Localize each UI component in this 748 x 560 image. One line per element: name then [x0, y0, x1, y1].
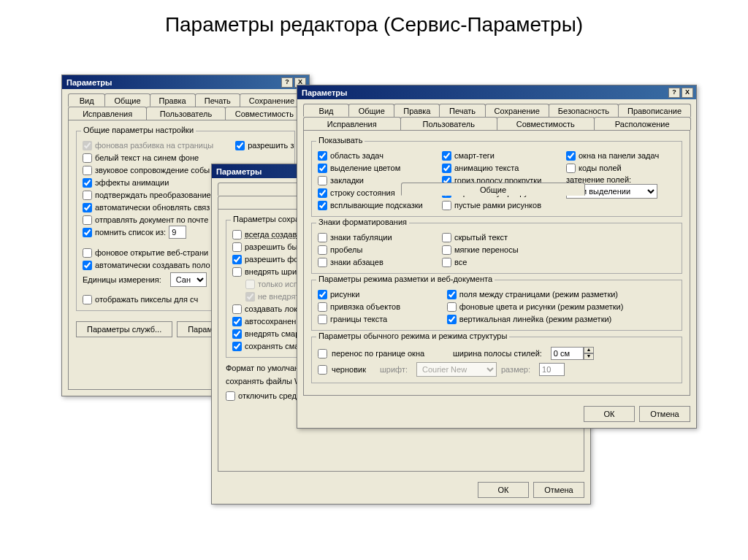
cb-autosave[interactable]	[232, 317, 242, 326]
cb-wrap[interactable]	[318, 349, 327, 358]
tab-save[interactable]: Сохранение	[485, 104, 549, 117]
show-col1-label-1: выделение цветом	[330, 164, 400, 172]
spin-up-icon[interactable]: ▲	[584, 347, 594, 353]
cb-pixels[interactable]	[83, 295, 92, 304]
tab-spelling[interactable]: Правописание	[618, 104, 691, 117]
show-col1-cb-0[interactable]	[318, 151, 327, 161]
cb-always[interactable]	[232, 230, 242, 239]
tab-user[interactable]: Пользователь	[146, 107, 225, 120]
style-width-input[interactable]	[551, 347, 584, 360]
tab-revisions[interactable]: Исправления	[303, 117, 401, 130]
tab-edit[interactable]: Правка	[150, 93, 196, 107]
tab-print[interactable]: Печать	[439, 104, 485, 117]
tab-revisions[interactable]: Исправления	[68, 107, 147, 120]
marks-col2-cb-1[interactable]	[442, 245, 451, 255]
tab-compat[interactable]: Совместимость	[497, 117, 595, 130]
units-select[interactable]: Сан	[170, 272, 207, 287]
cb-anim-label: эффекты анимации	[95, 178, 169, 187]
layout-col2-cb-2[interactable]	[447, 315, 457, 324]
marks-col1-cb-2[interactable]	[318, 258, 327, 267]
show-col2-cb-4[interactable]	[442, 201, 451, 210]
show-col3-cb-0[interactable]	[566, 151, 576, 161]
titlebar: Параметры ? X	[62, 75, 309, 89]
marks-col2-label-1: мягкие переносы	[454, 245, 519, 254]
cb-bgweb[interactable]	[83, 248, 92, 258]
cb-confirm[interactable]	[83, 191, 92, 200]
marks-col2-cb-0[interactable]	[442, 233, 451, 242]
cb-quick[interactable]	[232, 242, 242, 252]
cb-only	[245, 280, 255, 289]
layout-col1-cb-0[interactable]	[318, 290, 327, 299]
layout-col1-cb-2[interactable]	[318, 315, 327, 324]
cancel-button[interactable]: Отмена	[639, 406, 690, 422]
cb-remember-label: помнить список из:	[95, 228, 166, 237]
tab-print[interactable]: Печать	[195, 93, 240, 107]
cb-pixels-label: отображать пикселы для сч	[95, 295, 198, 304]
cb-permit-label: разрешить з	[248, 141, 294, 150]
show-col2-cb-1[interactable]	[442, 164, 451, 173]
remember-input[interactable]	[169, 226, 186, 239]
show-col2-cb-0[interactable]	[442, 151, 451, 161]
btn-services[interactable]: Параметры служб...	[76, 321, 172, 337]
tab-save[interactable]: Сохранение	[240, 93, 304, 107]
group-general-label: Общие параметры настройки	[81, 126, 196, 134]
tab-view[interactable]: Вид	[68, 93, 105, 107]
show-col1-cb-3[interactable]	[318, 188, 327, 198]
cb-disable-label: отключить средст	[238, 391, 304, 400]
tab-view[interactable]: Вид	[303, 104, 349, 117]
cb-sound[interactable]	[83, 166, 92, 175]
marks-col1-cb-0[interactable]	[318, 233, 327, 242]
style-width-spinner[interactable]: ▲▼	[551, 347, 594, 360]
tab-location[interactable]: Расположение	[594, 117, 692, 130]
show-col1-label-4: всплывающие подсказки	[330, 201, 423, 210]
group-layout-label: Параметры режима разметки и веб-документ…	[316, 275, 495, 283]
cb-send[interactable]	[83, 215, 92, 225]
cb-embed[interactable]	[232, 267, 242, 277]
cb-draft[interactable]	[318, 365, 327, 375]
group-normal-label: Параметры обычного режима и режима струк…	[316, 331, 509, 340]
cb-local[interactable]	[232, 304, 242, 314]
cb-disable[interactable]	[226, 391, 235, 401]
tab-general[interactable]: Общие	[104, 93, 150, 107]
cb-anim[interactable]	[83, 178, 92, 188]
help-icon[interactable]: ?	[281, 77, 293, 88]
tab-user[interactable]: Пользователь	[400, 117, 498, 130]
cb-smart[interactable]	[232, 329, 242, 339]
cancel-button[interactable]: Отмена	[533, 482, 584, 498]
cb-remember[interactable]	[83, 228, 92, 237]
layout-col1-cb-1[interactable]	[318, 302, 327, 312]
tab-security[interactable]: Безопасность	[549, 104, 619, 117]
show-col1-cb-2[interactable]	[318, 176, 327, 185]
font-select: Courier New	[416, 362, 497, 377]
layout-col2-cb-1[interactable]	[447, 302, 457, 312]
show-col1-label-2: закладки	[330, 176, 364, 185]
help-icon[interactable]: ?	[668, 88, 680, 98]
tab-edit[interactable]: Правка	[394, 104, 440, 117]
show-col3-cb-1[interactable]	[566, 164, 576, 173]
cb-white[interactable]	[83, 153, 92, 163]
spin-down-icon[interactable]: ▼	[584, 353, 594, 360]
tab-compat[interactable]: Совместимость	[225, 107, 304, 120]
group-marks-label: Знаки форматирования	[316, 218, 409, 226]
cb-bg[interactable]	[232, 255, 242, 264]
layout-col2-label-1: фоновые цвета и рисунки (режим разметки)	[459, 302, 624, 311]
ok-button[interactable]: ОК	[478, 482, 529, 498]
marks-col1-cb-1[interactable]	[318, 245, 327, 255]
show-col1-cb-1[interactable]	[318, 164, 327, 173]
tab-general[interactable]: Общие	[401, 183, 585, 196]
marks-col2-cb-2[interactable]	[442, 258, 451, 267]
layout-col2-cb-0[interactable]	[447, 290, 457, 299]
cb-autoupd[interactable]	[83, 203, 92, 212]
cb-confirm-label: подтверждать преобразование	[95, 191, 211, 199]
cb-savesmart[interactable]	[232, 342, 242, 351]
show-col1-cb-4[interactable]	[318, 201, 327, 210]
cb-autocanvas[interactable]	[83, 261, 92, 270]
cb-bgpag-label: фоновая разбивка на страницы	[95, 141, 213, 150]
group-show-label: Показывать	[316, 136, 365, 145]
tab-general[interactable]: Общие	[348, 104, 394, 117]
close-icon[interactable]: X	[682, 88, 693, 98]
layout-col1-label-1: привязка объектов	[330, 302, 400, 311]
cb-autocanvas-label: автоматически создавать поло	[95, 261, 210, 269]
ok-button[interactable]: ОК	[584, 406, 635, 422]
cb-permit[interactable]	[235, 141, 245, 150]
